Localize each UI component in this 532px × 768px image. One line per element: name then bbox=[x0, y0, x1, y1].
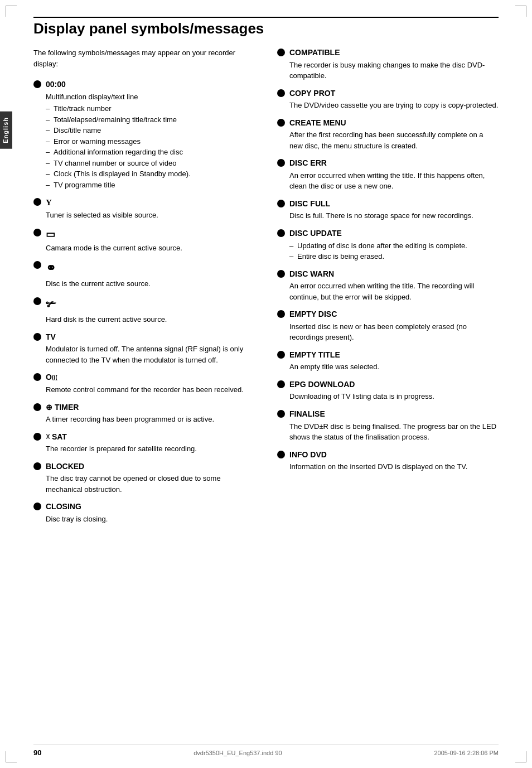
bullet-empty-disc bbox=[277, 310, 285, 318]
list-item: Disc/title name bbox=[46, 125, 255, 136]
entry-tv: TV Modulator is turned off. The antenna … bbox=[33, 332, 255, 366]
entry-disc: ⚭ Disc is the current active source. bbox=[33, 260, 255, 289]
entry-info-dvd-content: INFO DVD Information on the inserted DVD… bbox=[289, 450, 499, 472]
entry-hdd-title: ✃ bbox=[46, 296, 255, 313]
entry-tuner-desc: Tuner is selected as visible source. bbox=[46, 210, 255, 221]
entry-finalise-desc: The DVD±R disc is being finalised. The p… bbox=[289, 421, 499, 443]
entry-disc-full-desc: Disc is full. There is no storage space … bbox=[289, 210, 499, 221]
entry-blocked-title: BLOCKED bbox=[46, 461, 255, 472]
entry-empty-title: EMPTY TITLE An empty title was selected. bbox=[277, 350, 499, 373]
entry-disc-full-content: DISC FULL Disc is full. There is no stor… bbox=[289, 199, 499, 221]
footer-left: dvdr5350H_EU_Eng537.indd 90 bbox=[194, 750, 282, 756]
entry-disc-full-title: DISC FULL bbox=[289, 199, 499, 210]
corner-mark-bl bbox=[6, 751, 17, 762]
entry-info-dvd-desc: Information on the inserted DVD is displ… bbox=[289, 461, 499, 472]
bullet-tuner bbox=[33, 198, 41, 206]
corner-mark-tr bbox=[515, 6, 526, 17]
entry-disc-content: ⚭ Disc is the current active source. bbox=[46, 260, 255, 289]
entry-copy-prot-desc: The DVD/video cassette you are trying to… bbox=[289, 100, 499, 111]
entry-disc-update-title: DISC UPDATE bbox=[289, 228, 499, 239]
entry-compatible-content: COMPATIBLE The recorder is busy making c… bbox=[289, 47, 499, 81]
bullet-disc-warn bbox=[277, 270, 285, 278]
entry-finalise: FINALISE The DVD±R disc is being finalis… bbox=[277, 409, 499, 443]
entry-finalise-title: FINALISE bbox=[289, 409, 499, 420]
bullet-disc-update bbox=[277, 229, 285, 237]
entry-tv-desc: Modulator is turned off. The antenna sig… bbox=[46, 344, 255, 365]
entry-disc-warn: DISC WARN An error occurred when writing… bbox=[277, 269, 499, 303]
entry-time-content: 00:00 Multifunction display/text line Ti… bbox=[46, 79, 255, 190]
bullet-disc-full bbox=[277, 200, 285, 207]
left-column: The following symbols/messages may appea… bbox=[33, 47, 260, 531]
entry-disc-err: DISC ERR An error occurred when writing … bbox=[277, 158, 499, 192]
right-column: COMPATIBLE The recorder is busy making c… bbox=[277, 47, 499, 531]
entry-blocked-content: BLOCKED The disc tray cannot be opened o… bbox=[46, 461, 255, 495]
list-item: Error or warning messages bbox=[46, 136, 255, 147]
entry-finalise-content: FINALISE The DVD±R disc is being finalis… bbox=[289, 409, 499, 443]
footer-right: 2005-09-16 2:28:06 PM bbox=[434, 750, 499, 756]
entry-empty-disc-desc: Inserted disc is new or has been complet… bbox=[289, 321, 499, 343]
entry-time-title: 00:00 bbox=[46, 79, 255, 90]
page: English Display panel symbols/messages T… bbox=[0, 0, 532, 768]
bullet-hdd bbox=[33, 297, 41, 305]
entry-disc-update-list: Updating of disc is done after the editi… bbox=[289, 240, 499, 262]
entry-empty-title-content: EMPTY TITLE An empty title was selected. bbox=[289, 350, 499, 373]
page-number: 90 bbox=[33, 748, 41, 757]
entry-tuner-content: Y Tuner is selected as visible source. bbox=[46, 197, 255, 221]
intro-text: The following symbols/messages may appea… bbox=[33, 47, 255, 69]
entry-remote: O((( Remote control command for the reco… bbox=[33, 372, 255, 395]
language-tab: English bbox=[0, 112, 12, 149]
bullet-blocked bbox=[33, 462, 41, 470]
entry-sat-desc: The recorder is prepared for satellite r… bbox=[46, 443, 255, 455]
entry-empty-disc-content: EMPTY DISC Inserted disc is new or has b… bbox=[289, 309, 499, 343]
entry-hdd: ✃ Hard disk is the current active source… bbox=[33, 296, 255, 325]
entry-disc-warn-content: DISC WARN An error occurred when writing… bbox=[289, 269, 499, 303]
entry-create-menu: CREATE MENU After the first recording ha… bbox=[277, 118, 499, 152]
bullet-closing bbox=[33, 503, 41, 510]
entry-disc-err-desc: An error occurred when writing the title… bbox=[289, 170, 499, 192]
bullet-timer bbox=[33, 403, 41, 411]
content-columns: The following symbols/messages may appea… bbox=[33, 47, 499, 531]
entry-camera: ▭ Camara mode is the current active sour… bbox=[33, 228, 255, 254]
bullet-copy-prot bbox=[277, 89, 285, 97]
bullet-disc-err bbox=[277, 159, 285, 167]
entry-sat-title: ☓ SAT bbox=[46, 432, 255, 443]
entry-disc-err-content: DISC ERR An error occurred when writing … bbox=[289, 158, 499, 192]
bullet-tv bbox=[33, 333, 41, 341]
entry-camera-desc: Camara mode is the current active source… bbox=[46, 243, 255, 254]
bullet-disc bbox=[33, 261, 41, 269]
entry-create-menu-desc: After the first recording has been succe… bbox=[289, 129, 499, 151]
list-item: Updating of disc is done after the editi… bbox=[289, 240, 499, 252]
entry-copy-prot: COPY PROT The DVD/video cassette you are… bbox=[277, 88, 499, 111]
entry-hdd-desc: Hard disk is the current active source. bbox=[46, 314, 255, 325]
list-item: Title/track number bbox=[46, 103, 255, 114]
entry-empty-title-title: EMPTY TITLE bbox=[289, 350, 499, 361]
entry-timer-title: ⊕ TIMER bbox=[46, 402, 255, 413]
entry-empty-disc-title: EMPTY DISC bbox=[289, 309, 499, 320]
bullet-empty-title bbox=[277, 351, 285, 359]
entry-hdd-content: ✃ Hard disk is the current active source… bbox=[46, 296, 255, 325]
bullet-compatible bbox=[277, 49, 285, 56]
entry-camera-content: ▭ Camara mode is the current active sour… bbox=[46, 228, 255, 254]
list-item: Total/elapsed/remaining title/track time bbox=[46, 114, 255, 125]
entry-tv-title: TV bbox=[46, 332, 255, 343]
list-item: Clock (This is displayed in Standby mode… bbox=[46, 168, 255, 180]
entry-camera-title: ▭ bbox=[46, 228, 255, 241]
entry-disc-update: DISC UPDATE Updating of disc is done aft… bbox=[277, 228, 499, 262]
entry-info-dvd-title: INFO DVD bbox=[289, 450, 499, 461]
entry-disc-warn-title: DISC WARN bbox=[289, 269, 499, 280]
entry-tv-content: TV Modulator is turned off. The antenna … bbox=[46, 332, 255, 366]
entry-time-desc: Multifunction display/text line bbox=[46, 91, 255, 103]
entry-compatible-title: COMPATIBLE bbox=[289, 47, 499, 59]
entry-sat: ☓ SAT The recorder is prepared for satel… bbox=[33, 432, 255, 455]
entry-time: 00:00 Multifunction display/text line Ti… bbox=[33, 79, 255, 190]
list-item: TV programme title bbox=[46, 180, 255, 191]
entry-compatible-desc: The recorder is busy making changes to m… bbox=[289, 60, 499, 81]
entry-sat-content: ☓ SAT The recorder is prepared for satel… bbox=[46, 432, 255, 455]
entry-blocked-desc: The disc tray cannot be opened or closed… bbox=[46, 473, 255, 495]
bullet-camera bbox=[33, 229, 41, 236]
entry-info-dvd: INFO DVD Information on the inserted DVD… bbox=[277, 450, 499, 472]
bullet-finalise bbox=[277, 410, 285, 418]
entry-disc-desc: Disc is the current active source. bbox=[46, 278, 255, 289]
entry-create-menu-title: CREATE MENU bbox=[289, 118, 499, 129]
entry-epg-download-desc: Downloading of TV listing data is in pro… bbox=[289, 391, 499, 402]
